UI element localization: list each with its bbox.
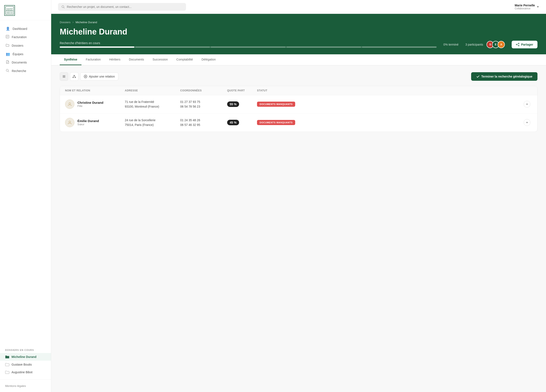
sidebar-footer: Mentions légales bbox=[0, 379, 51, 392]
equipes-icon: 👥 bbox=[6, 52, 10, 56]
finish-research-button[interactable]: Terminer la recherche généalogique bbox=[471, 72, 538, 81]
progress-bar bbox=[60, 46, 437, 48]
sidebar-item-documents[interactable]: Documents bbox=[0, 58, 51, 67]
tab-succession[interactable]: Succession bbox=[148, 54, 172, 65]
svg-line-19 bbox=[517, 45, 518, 45]
check-icon bbox=[476, 75, 480, 78]
svg-point-15 bbox=[518, 43, 519, 44]
tab-heritiers[interactable]: Héritiers bbox=[105, 54, 124, 65]
main-area: Marie Pernelle Collaboratrice ▼ Dossiers… bbox=[51, 0, 546, 392]
tabs-bar: Synthèse Facturation Héritiers Documents… bbox=[51, 54, 546, 65]
toolbar: Ajouter une relation Terminer la recherc… bbox=[60, 72, 538, 81]
page-title: Micheline Durand bbox=[60, 27, 538, 36]
coords-1: 01 27 37 93 75 06 54 78 56 23 bbox=[180, 100, 227, 109]
hero-bottom: Recherche d'héritiers en cours 0% termin… bbox=[60, 41, 538, 48]
search-bar[interactable] bbox=[58, 3, 186, 11]
address-1: 71 rue de la Fraternité 93100, Montreuil… bbox=[125, 100, 180, 109]
finish-btn-label: Terminer la recherche généalogique bbox=[481, 75, 532, 78]
tab-synthese[interactable]: Synthèse bbox=[60, 54, 81, 65]
graph-view-button[interactable] bbox=[70, 72, 78, 81]
dossier-micheline[interactable]: Micheline Durand bbox=[0, 353, 51, 361]
sidebar: COUTOT ROEHRIG GÉNÉALOGIE 👤 Dashboard Fa… bbox=[0, 0, 51, 392]
percent-label: 0% terminé bbox=[443, 43, 459, 46]
recherche-icon bbox=[6, 69, 9, 73]
sidebar-item-label: Dossiers bbox=[12, 44, 23, 47]
person-cell-1: Christine Durand Fille bbox=[65, 100, 125, 109]
breadcrumb-parent[interactable]: Dossiers bbox=[60, 21, 71, 24]
folder-icon bbox=[5, 355, 9, 359]
sidebar-item-label: Documents bbox=[12, 61, 27, 64]
list-view-button[interactable] bbox=[60, 72, 68, 81]
progress-seg-3 bbox=[211, 46, 285, 48]
progress-seg-1 bbox=[60, 46, 134, 48]
dossiers-section: DOSSIERS EN COURS Micheline Durand Gusta… bbox=[0, 345, 51, 379]
dossier-label: Gustave Boutis bbox=[12, 363, 32, 366]
quote-badge-1: 55 % bbox=[227, 101, 239, 107]
svg-point-16 bbox=[516, 44, 517, 45]
list-icon bbox=[62, 75, 66, 78]
expand-2[interactable]: ▾ bbox=[524, 119, 532, 126]
progress-seg-2 bbox=[135, 46, 210, 48]
svg-line-12 bbox=[8, 71, 9, 72]
facturation-icon bbox=[6, 35, 9, 39]
sidebar-item-dashboard[interactable]: 👤 Dashboard bbox=[0, 25, 51, 33]
sidebar-item-recherche[interactable]: Recherche bbox=[0, 67, 51, 75]
tab-facturation[interactable]: Facturation bbox=[81, 54, 105, 65]
user-name: Marie Pernelle bbox=[515, 4, 535, 7]
table-row: Christine Durand Fille 71 rue de la Frat… bbox=[60, 95, 537, 114]
toolbar-left: Ajouter une relation bbox=[60, 72, 118, 81]
user-role: Collaboratrice bbox=[515, 7, 535, 10]
status-1: DOCUMENTS MANQUANTS bbox=[257, 102, 524, 107]
chevron-down-icon: ▼ bbox=[537, 5, 539, 8]
plus-circle-icon bbox=[84, 75, 87, 78]
search-icon bbox=[61, 5, 65, 8]
add-relation-button[interactable]: Ajouter une relation bbox=[80, 72, 118, 81]
share-icon bbox=[516, 43, 519, 46]
share-button[interactable]: Partager bbox=[512, 41, 538, 48]
status-2: DOCUMENTS MANQUANTS bbox=[257, 120, 524, 125]
dossier-gustave[interactable]: Gustave Boutis bbox=[0, 361, 51, 368]
th-nom: NOM ET RELATION bbox=[65, 89, 125, 92]
breadcrumb-current: Micheline Durand bbox=[76, 21, 97, 24]
search-input[interactable] bbox=[67, 5, 182, 8]
logo-icon: COUTOT ROEHRIG GÉNÉALOGIE bbox=[4, 5, 15, 16]
th-statut: STATUT bbox=[257, 89, 524, 92]
quote-badge-2: 45 % bbox=[227, 120, 239, 125]
tab-delegation[interactable]: Délégation bbox=[197, 54, 220, 65]
tab-documents[interactable]: Documents bbox=[124, 54, 148, 65]
mentions-legales-link[interactable]: Mentions légales bbox=[5, 384, 26, 387]
table-header: NOM ET RELATION ADRESSE COORDONNÉES QUOT… bbox=[60, 86, 537, 95]
dossier-augustine[interactable]: Augustine Bibot bbox=[0, 368, 51, 376]
sidebar-item-facturation[interactable]: Facturation bbox=[0, 33, 51, 41]
folder-icon bbox=[5, 371, 9, 374]
user-menu[interactable]: Marie Pernelle Collaboratrice ▼ bbox=[515, 4, 539, 10]
dossier-label: Augustine Bibot bbox=[12, 371, 32, 374]
graph-icon bbox=[72, 75, 76, 78]
sidebar-item-label: Équipes bbox=[13, 52, 23, 56]
participants-label: 3 participants bbox=[465, 43, 483, 46]
svg-point-25 bbox=[75, 77, 76, 78]
dossiers-icon bbox=[6, 44, 9, 48]
hero-section: Dossiers > Micheline Durand Micheline Du… bbox=[51, 14, 546, 54]
th-coordonnees: COORDONNÉES bbox=[180, 89, 227, 92]
svg-line-26 bbox=[73, 76, 74, 77]
avatar-emilie bbox=[65, 118, 74, 127]
expand-button-1[interactable]: ▾ bbox=[524, 101, 530, 107]
share-label: Partager bbox=[521, 43, 533, 46]
sidebar-item-label: Recherche bbox=[12, 69, 26, 73]
progress-seg-5 bbox=[362, 46, 437, 48]
sidebar-item-dossiers[interactable]: Dossiers bbox=[0, 41, 51, 50]
svg-point-31 bbox=[69, 103, 71, 104]
documents-icon bbox=[6, 60, 9, 64]
svg-text:ROEHRIG: ROEHRIG bbox=[6, 10, 13, 12]
expand-1[interactable]: ▾ bbox=[524, 101, 532, 107]
sidebar-item-label: Facturation bbox=[12, 35, 27, 39]
dashboard-icon: 👤 bbox=[6, 27, 10, 31]
tab-comptabilite[interactable]: Comptabilité bbox=[172, 54, 197, 65]
content-area: Ajouter une relation Terminer la recherc… bbox=[51, 65, 546, 392]
address-2: 24 rue de la Sorcellerie 75014, Paris (F… bbox=[125, 118, 180, 127]
person-cell-2: Émilie Durand Sœur bbox=[65, 118, 125, 127]
sidebar-item-equipes[interactable]: 👥 Équipes bbox=[0, 50, 51, 58]
person-name-1: Christine Durand bbox=[78, 101, 104, 104]
expand-button-2[interactable]: ▾ bbox=[524, 119, 530, 126]
